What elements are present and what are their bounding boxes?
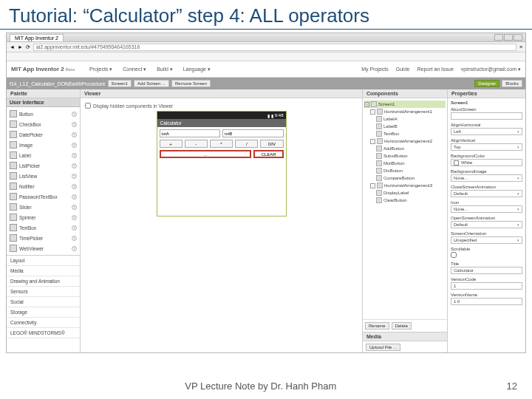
info-icon[interactable]: ? [72, 132, 77, 137]
palette-item-webviewer[interactable]: WebViewer? [7, 243, 80, 253]
info-icon[interactable]: ? [72, 153, 77, 158]
tree-item[interactable]: DisplayLabel [364, 189, 446, 197]
property-field[interactable]: 1.0 [451, 298, 522, 305]
palette-category[interactable]: Connectivity [7, 318, 80, 328]
palette-category[interactable]: Drawing and Animation [7, 276, 80, 287]
op-mul-button[interactable]: * [210, 140, 233, 148]
minimize-button[interactable] [494, 34, 503, 41]
add-screen-button[interactable]: Add Screen ... [134, 80, 169, 87]
tree-item[interactable]: -HorizontalArrangement3 [364, 182, 446, 189]
palette-item-spinner[interactable]: Spinner? [7, 212, 80, 222]
link-myprojects[interactable]: My Projects [361, 66, 389, 72]
tree-item[interactable]: -Screen1 [364, 100, 446, 108]
property-field[interactable]: Unspecified▾ [451, 236, 522, 244]
maximize-button[interactable] [504, 34, 513, 41]
palette-item-timepicker[interactable]: TimePicker? [7, 233, 80, 243]
tree-toggle-icon[interactable]: - [370, 109, 375, 115]
palette-category[interactable]: Layout [7, 256, 80, 266]
browser-tab[interactable]: MIT App Inventor 2 [10, 34, 64, 41]
back-icon[interactable]: ◄ [10, 44, 15, 50]
txt-b-field[interactable]: txtB [222, 129, 284, 137]
txt-a-field[interactable]: txtA [160, 129, 221, 137]
property-field[interactable]: Left▾ [451, 128, 522, 135]
palette-category[interactable]: Media [7, 266, 80, 276]
menu-connect[interactable]: Connect ▾ [123, 66, 146, 72]
palette-item-passwordtextbox[interactable]: PasswordTextBox? [7, 191, 80, 202]
tree-item[interactable]: AddButton [364, 145, 446, 152]
property-field[interactable]: None...▾ [451, 205, 522, 213]
menu-language[interactable]: Language ▾ [183, 66, 211, 72]
tree-toggle-icon[interactable]: - [370, 139, 375, 144]
info-icon[interactable]: ? [72, 143, 77, 148]
palette-item-slider[interactable]: Slider? [7, 202, 80, 212]
palette-category[interactable]: Storage [7, 307, 80, 318]
info-icon[interactable]: ? [72, 112, 77, 117]
palette-item-datepicker[interactable]: DatePicker? [7, 129, 80, 140]
info-icon[interactable]: ? [72, 163, 77, 168]
palette-item-listpicker[interactable]: ListPicker? [7, 160, 80, 171]
palette-category[interactable]: Social [7, 297, 80, 307]
link-account[interactable]: vpinstructor@gmail.com ▾ [461, 66, 521, 72]
property-field[interactable]: Default▾ [451, 190, 522, 197]
info-icon[interactable]: ? [72, 174, 77, 179]
info-icon[interactable]: ? [72, 194, 77, 200]
remove-screen-button[interactable]: Remove Screen [171, 80, 211, 87]
palette-item-textbox[interactable]: TextBox? [7, 222, 80, 233]
menu-build[interactable]: Build ▾ [157, 66, 173, 72]
tree-item[interactable]: LabelA [364, 115, 446, 123]
tree-item[interactable]: DivButton [364, 167, 446, 174]
close-button[interactable] [514, 34, 522, 41]
menu-icon[interactable]: ≡ [519, 44, 522, 50]
info-icon[interactable]: ? [72, 246, 77, 251]
palette-item-label[interactable]: Label? [7, 150, 80, 160]
hidden-components-checkbox[interactable]: Display hidden components in Viewer [85, 103, 358, 109]
rename-button[interactable]: Rename [365, 322, 389, 330]
palette-item-notifier[interactable]: Notifier? [7, 181, 80, 191]
property-field[interactable]: Calculator [451, 267, 522, 274]
upload-file-button[interactable]: Upload File ... [366, 344, 400, 351]
palette-category[interactable]: Sensors [7, 287, 80, 297]
forward-icon[interactable]: ► [18, 44, 23, 50]
op-intdiv-button[interactable]: DIV [260, 140, 283, 148]
tree-item[interactable]: -HorizontalArrangement2 [364, 137, 446, 145]
info-icon[interactable]: ? [72, 184, 77, 189]
palette-ui-section[interactable]: User Interface [7, 98, 80, 107]
screen-dropdown[interactable]: Screen1 [108, 80, 132, 87]
link-guide[interactable]: Guide [396, 66, 410, 72]
link-report[interactable]: Report an Issue [417, 66, 453, 72]
property-field[interactable] [451, 112, 522, 120]
property-field[interactable]: Default▾ [451, 221, 522, 228]
op-add-button[interactable]: + [160, 140, 183, 148]
property-checkbox[interactable] [451, 252, 457, 258]
info-icon[interactable]: ? [72, 215, 77, 220]
tree-item[interactable]: MultButton [364, 160, 446, 167]
tree-item[interactable]: SubstButton [364, 152, 446, 160]
url-input[interactable]: ai2.appinventor.mit.edu/#475495046416531… [33, 44, 516, 51]
property-field[interactable]: 1 [451, 282, 522, 290]
info-icon[interactable]: ? [72, 205, 77, 210]
info-icon[interactable]: ? [72, 225, 77, 231]
designer-button[interactable]: Designer [474, 80, 499, 87]
tree-toggle-icon[interactable]: - [370, 183, 375, 188]
palette-item-checkbox[interactable]: CheckBox? [7, 119, 80, 129]
tree-item[interactable]: CompareButton [364, 174, 446, 182]
info-icon[interactable]: ? [72, 122, 77, 127]
op-div-button[interactable]: / [235, 140, 258, 148]
tree-item[interactable]: LabelB [364, 123, 446, 130]
op-sub-button[interactable]: - [185, 140, 208, 148]
reload-icon[interactable]: ⟳ [26, 44, 30, 50]
tree-item[interactable]: ClearButton [364, 197, 446, 204]
palette-item-listview[interactable]: ListView? [7, 171, 80, 181]
tree-toggle-icon[interactable]: - [364, 102, 369, 107]
tree-item[interactable]: -HorizontalArrangement1 [364, 108, 446, 115]
palette-item-button[interactable]: Button? [7, 109, 80, 119]
blocks-button[interactable]: Blocks [502, 80, 522, 87]
tree-item[interactable]: TextBox [364, 130, 446, 137]
menu-projects[interactable]: Projects ▾ [89, 66, 112, 72]
clear-button[interactable]: CLEAR [253, 150, 283, 158]
hidden-checkbox-input[interactable] [85, 103, 91, 109]
delete-button[interactable]: Delete [392, 322, 412, 330]
info-icon[interactable]: ? [72, 236, 77, 241]
property-field[interactable]: None...▾ [451, 174, 522, 182]
property-field[interactable]: Top▾ [451, 143, 522, 151]
